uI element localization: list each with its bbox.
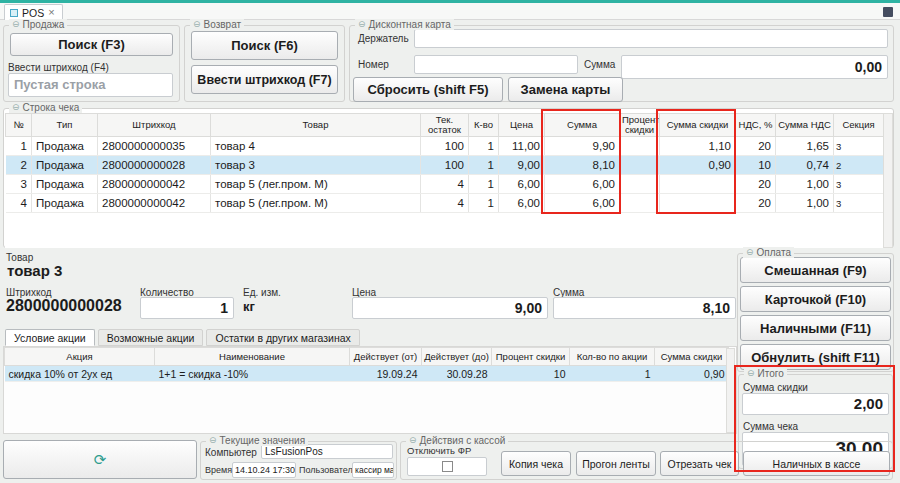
table-row[interactable]: 3Продажа2800000000042товар 5 (лег.пром. … <box>6 175 884 194</box>
col-header[interactable]: Цена <box>499 114 545 137</box>
tab-pos[interactable]: POS × <box>4 4 63 20</box>
card-sum-field[interactable]: 0,00 <box>621 55 888 79</box>
card-replace-button[interactable]: Замена карты <box>508 77 623 102</box>
col-header[interactable]: Процент скидки <box>492 348 570 366</box>
table-cell[interactable]: 1,65 <box>776 137 834 156</box>
col-header[interactable]: Кол-во по акции <box>570 348 655 366</box>
col-header[interactable]: Сумма скидки <box>655 348 729 366</box>
table-cell[interactable]: 9,90 <box>545 137 620 156</box>
pay-reset-button[interactable]: Обнулить (shift F11) <box>740 344 891 370</box>
table-cell[interactable]: 2 <box>6 156 32 175</box>
table-cell[interactable]: 1 <box>469 137 499 156</box>
pay-card-button[interactable]: Карточкой (F10) <box>740 286 891 312</box>
col-header[interactable]: Процент скидки <box>620 114 660 137</box>
table-cell[interactable]: 4 <box>421 194 469 213</box>
table-cell[interactable]: 4 <box>421 175 469 194</box>
col-header[interactable]: Тип <box>32 114 98 137</box>
table-cell[interactable]: 2800000000035 <box>98 137 211 156</box>
table-cell[interactable] <box>660 175 736 194</box>
holder-field[interactable] <box>414 29 888 48</box>
tape-run-button[interactable]: Прогон ленты <box>576 451 656 476</box>
col-header[interactable]: Акция <box>5 348 155 366</box>
col-header[interactable]: Действует (до) <box>422 348 492 366</box>
table-cell[interactable]: товар 3 <box>211 156 421 175</box>
table-cell[interactable]: товар 5 (лег.пром. М) <box>211 175 421 194</box>
price-field[interactable]: 9,00 <box>352 297 548 319</box>
table-cell[interactable]: 1+1 = скидка -10% <box>155 366 350 382</box>
table-cell[interactable]: 6,00 <box>499 194 545 213</box>
cash-in-drawer-button[interactable]: Наличных в кассе <box>743 451 890 476</box>
disable-fr-checkbox[interactable] <box>442 461 453 472</box>
collapse-icon[interactable]: ⊖ <box>209 436 217 445</box>
table-cell[interactable]: Продажа <box>32 175 98 194</box>
table-cell[interactable]: 1 <box>570 366 655 382</box>
table-cell[interactable]: 1,00 <box>776 175 834 194</box>
receipt-copy-button[interactable]: Копия чека <box>501 451 571 476</box>
collapse-icon[interactable]: ⊖ <box>12 103 20 112</box>
col-header[interactable]: Наименование <box>155 348 350 366</box>
qty-field[interactable]: 1 <box>140 297 234 319</box>
sale-barcode-input[interactable]: Пустая строка <box>8 73 173 97</box>
table-cell[interactable]: 19.09.24 <box>350 366 422 382</box>
table-cell[interactable]: 1 <box>6 137 32 156</box>
table-cell[interactable]: товар 5 (лег.пром. М) <box>211 194 421 213</box>
table-cell[interactable]: 0,90 <box>660 156 736 175</box>
col-header[interactable]: Сумма скидки <box>660 114 736 137</box>
table-cell[interactable]: 1,10 <box>660 137 736 156</box>
window-restore-icon[interactable] <box>883 7 893 17</box>
collapse-icon[interactable]: ⊖ <box>12 20 20 29</box>
table-cell[interactable]: 20 <box>736 137 776 156</box>
table-cell[interactable]: 3 <box>6 175 32 194</box>
collapse-icon[interactable]: ⊖ <box>747 369 755 378</box>
col-header[interactable]: НДС, % <box>736 114 776 137</box>
table-cell[interactable] <box>620 194 660 213</box>
table-cell[interactable]: скидка 10% от 2ух ед <box>5 366 155 382</box>
table-cell[interactable]: 20 <box>736 194 776 213</box>
card-reset-button[interactable]: Сбросить (shift F5) <box>353 77 503 102</box>
table-cell[interactable]: 20 <box>736 175 776 194</box>
table-row[interactable]: скидка 10% от 2ух ед1+1 = скидка -10%19.… <box>5 366 729 382</box>
col-header[interactable]: Сумма <box>545 114 620 137</box>
table-row[interactable]: 2Продажа2800000000028товар 310019,008,10… <box>6 156 884 175</box>
table-cell[interactable]: 1 <box>469 156 499 175</box>
product-sum-field[interactable]: 8,10 <box>553 297 736 319</box>
card-number-field[interactable] <box>414 55 578 74</box>
col-header[interactable]: № <box>6 114 32 137</box>
table-row[interactable]: 1Продажа2800000000035товар 4100111,009,9… <box>6 137 884 156</box>
col-header[interactable]: Секция <box>834 114 884 137</box>
table-cell[interactable]: 11,00 <box>499 137 545 156</box>
table-cell[interactable]: 0,90 <box>655 366 729 382</box>
return-search-button[interactable]: Поиск (F6) <box>191 31 338 60</box>
cut-receipt-button[interactable]: Отрезать чек <box>660 451 739 476</box>
table-cell[interactable]: 3 <box>834 194 884 213</box>
col-header[interactable]: Действует (от) <box>350 348 422 366</box>
table-cell[interactable] <box>620 175 660 194</box>
table-cell[interactable]: Продажа <box>32 194 98 213</box>
table-cell[interactable]: 2800000000028 <box>98 156 211 175</box>
table-cell[interactable]: 4 <box>6 194 32 213</box>
table-cell[interactable]: 100 <box>421 137 469 156</box>
col-header[interactable]: К-во <box>469 114 499 137</box>
pay-mixed-button[interactable]: Смешанная (F9) <box>740 257 891 283</box>
col-header[interactable]: Сумма НДС <box>776 114 834 137</box>
table-cell[interactable] <box>660 194 736 213</box>
table-cell[interactable]: 9,00 <box>499 156 545 175</box>
table-row[interactable]: 4Продажа2800000000042товар 5 (лег.пром. … <box>6 194 884 213</box>
user-field[interactable]: кассир маг 1 <box>352 462 394 478</box>
table-cell[interactable]: товар 4 <box>211 137 421 156</box>
table-cell[interactable]: Продажа <box>32 156 98 175</box>
tab-promo-possible[interactable]: Возможные акции <box>98 329 204 346</box>
col-header[interactable]: Товар <box>211 114 421 137</box>
collapse-icon[interactable]: ⊖ <box>409 436 417 445</box>
tab-promo-condition[interactable]: Условие акции <box>5 329 95 346</box>
table-cell[interactable]: 2800000000042 <box>98 194 211 213</box>
receipt-vscrollbar[interactable] <box>883 113 893 248</box>
table-cell[interactable]: 1 <box>469 194 499 213</box>
collapse-icon[interactable]: ⊖ <box>193 20 201 29</box>
table-cell[interactable]: 6,00 <box>545 194 620 213</box>
table-cell[interactable]: 8,10 <box>545 156 620 175</box>
collapse-icon[interactable]: ⊖ <box>746 248 754 257</box>
return-barcode-button[interactable]: Ввести штрихкод (F7) <box>191 65 338 94</box>
promo-vscrollbar[interactable] <box>726 348 735 433</box>
refresh-button[interactable]: ⟳ <box>3 440 197 479</box>
